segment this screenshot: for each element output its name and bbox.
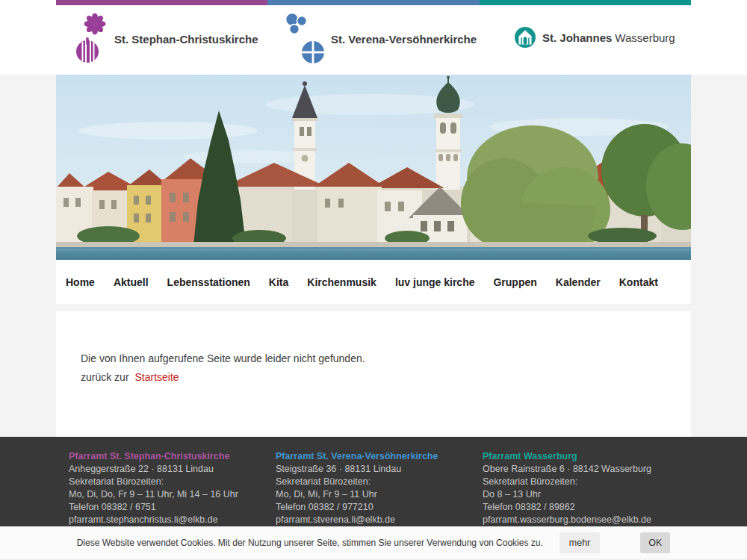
brand-st-stephan[interactable]: St. Stephan-Christuskirche	[75, 13, 258, 65]
nav-item-kirchenmusik[interactable]: Kirchenmusik	[307, 276, 376, 288]
border-segment-purple	[56, 0, 267, 5]
nav-item-aktuell[interactable]: Aktuell	[114, 276, 149, 288]
back-prefix: zurück zur	[81, 371, 129, 383]
border-segment-teal	[480, 0, 691, 5]
main-navigation: Home Aktuell Lebensstationen Kita Kirche…	[56, 260, 691, 304]
nav-item-lebensstationen[interactable]: Lebensstationen	[167, 276, 250, 288]
brand-color-border	[56, 0, 691, 5]
flower-and-dome-icon	[75, 13, 107, 64]
footer-hours: Mo, Di, Mi, Fr 9 – 11 Uhr	[276, 488, 471, 501]
church-circle-icon	[514, 26, 536, 49]
footer-hours: Mo, Di, Do, Fr 9 – 11 Uhr, Mi 14 – 16 Uh…	[69, 488, 264, 501]
footer-email[interactable]: pfarramt.wasserburg.bodensee@elkb.de	[483, 514, 678, 526]
footer-column-title: Pfarramt St. Verena-Versöhnerkirche	[276, 450, 471, 463]
footer-phone: Telefon 08382 / 977210	[276, 501, 471, 514]
footer-hours: Do 8 – 13 Uhr	[483, 488, 678, 501]
error-message: Die von Ihnen aufgerufene Seite wurde le…	[81, 352, 666, 366]
footer-email[interactable]: pfarramt.stephanchristus.li@elkb.de	[69, 514, 264, 526]
cookie-ok-button[interactable]: OK	[640, 532, 670, 553]
page-content: Die von Ihnen aufgerufene Seite wurde le…	[56, 311, 691, 437]
border-segment-blue	[267, 0, 479, 5]
footer-phone: Telefon 08382 / 89862	[483, 501, 678, 514]
brand-name: St. Verena-Versöhnerkirche	[331, 33, 477, 46]
footer-address: Steigstraße 36 · 88131 Lindau	[276, 463, 471, 476]
brand-st-verena[interactable]: St. Verena-Versöhnerkirche	[283, 11, 477, 66]
cookie-more-button[interactable]: mehr	[560, 532, 600, 553]
footer-column-st-verena: Pfarramt St. Verena-Versöhnerkirche Stei…	[276, 450, 483, 526]
site-header: St. Stephan-Christuskirche St. Verena-Ve…	[0, 0, 747, 75]
nav-item-kita[interactable]: Kita	[269, 276, 288, 288]
footer-email[interactable]: pfarramt.stverena.li@elkb.de	[276, 514, 471, 526]
startseite-link[interactable]: Startseite	[134, 371, 179, 383]
back-line: zurück zur Startseite	[81, 370, 666, 385]
footer-column-title: Pfarramt Wasserburg	[483, 450, 678, 463]
brand-name: St. JohannesWasserburg	[542, 31, 675, 44]
nav-item-home[interactable]: Home	[66, 276, 95, 288]
nav-item-kalender[interactable]: Kalender	[556, 276, 601, 288]
footer-column-wasserburg: Pfarramt Wasserburg Obere Rainstraße 6 ·…	[483, 450, 689, 526]
nav-item-gruppen[interactable]: Gruppen	[493, 276, 536, 288]
footer-office-label: Sekretariat Bürozeiten:	[276, 476, 471, 488]
footer-address: Anheggerstraße 22 · 88131 Lindau	[69, 463, 264, 476]
footer-column-title: Pfarramt St. Stephan-Christuskirche	[69, 450, 264, 463]
cookie-banner: Diese Website verwendet Cookies. Mit der…	[0, 526, 747, 559]
nav-item-luv-junge-kirche[interactable]: luv junge kirche	[395, 276, 475, 288]
footer-column-st-stephan: Pfarramt St. Stephan-Christuskirche Anhe…	[69, 450, 276, 526]
brand-st-johannes[interactable]: St. JohannesWasserburg	[514, 26, 675, 49]
nav-item-kontakt[interactable]: Kontakt	[619, 276, 658, 288]
footer-office-label: Sekretariat Bürozeiten:	[483, 476, 678, 488]
hero-image	[56, 75, 691, 260]
brand-name: St. Stephan-Christuskirche	[114, 33, 258, 46]
cookie-message: Diese Website verwendet Cookies. Mit der…	[77, 538, 543, 548]
footer-phone: Telefon 08382 / 6751	[69, 501, 264, 514]
trefoil-and-cross-icon	[283, 11, 326, 66]
footer-office-label: Sekretariat Bürozeiten:	[69, 476, 264, 488]
footer-address: Obere Rainstraße 6 · 88142 Wasserburg	[483, 463, 678, 476]
site-footer: Pfarramt St. Stephan-Christuskirche Anhe…	[0, 437, 747, 526]
